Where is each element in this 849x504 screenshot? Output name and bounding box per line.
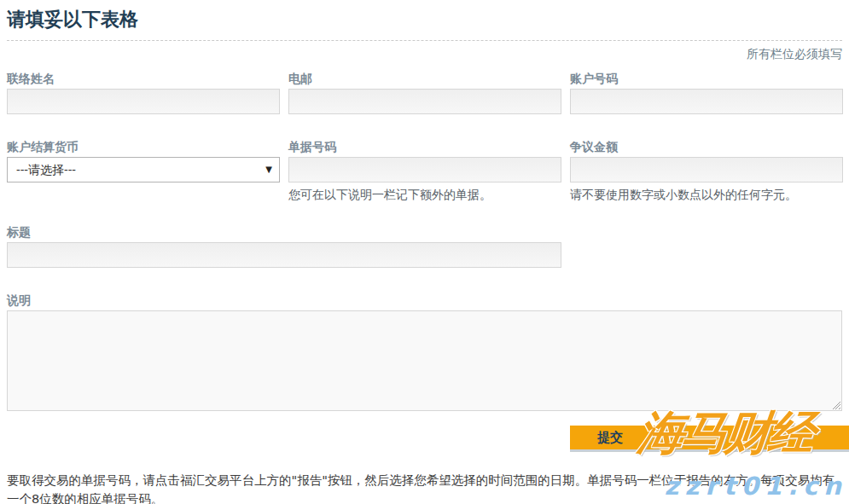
required-fields-note: 所有栏位必须填写 [7, 47, 842, 61]
form-row-2: 账户结算货币 ---请选择--- ▼ 单据号码 您可在以下说明一栏记下额外的单据… [7, 140, 842, 201]
email-label: 电邮 [288, 72, 561, 85]
description-field: 说明 [7, 293, 842, 411]
dispute-amount-help: 请不要使用数字或小数点以外的任何字元。 [570, 188, 843, 201]
currency-select[interactable]: ---请选择--- [7, 157, 280, 182]
ticket-number-input[interactable] [288, 157, 561, 182]
subject-input[interactable] [7, 242, 561, 268]
email-input[interactable] [288, 89, 561, 114]
dispute-amount-label: 争议金额 [570, 140, 843, 154]
account-number-field: 账户号码 [570, 72, 843, 114]
submit-row: 提交 [7, 426, 842, 451]
currency-label: 账户结算货币 [7, 140, 280, 154]
ticket-number-label: 单据号码 [288, 140, 561, 154]
account-number-input[interactable] [570, 89, 843, 114]
footer-instructions: 要取得交易的单据号码，请点击福汇交易平台上方的"报告"按钮，然后选择您希望选择的… [7, 471, 842, 504]
contact-name-field: 联络姓名 [7, 72, 280, 114]
page-title: 请填妥以下表格 [7, 8, 842, 32]
currency-field: 账户结算货币 ---请选择--- ▼ [7, 140, 280, 182]
page-header: 请填妥以下表格 [7, 0, 842, 41]
form-row-1: 联络姓名 电邮 账户号码 [7, 72, 842, 114]
contact-name-input[interactable] [7, 89, 280, 114]
subject-label: 标题 [7, 225, 561, 239]
ticket-number-help: 您可在以下说明一栏记下额外的单据。 [288, 188, 561, 201]
dispute-form-page: 请填妥以下表格 所有栏位必须填写 联络姓名 电邮 账户号码 账户结算货币 [0, 0, 849, 504]
submit-button[interactable]: 提交 [570, 426, 849, 449]
description-label: 说明 [7, 293, 842, 307]
description-textarea[interactable] [7, 310, 842, 411]
dispute-amount-field: 争议金额 请不要使用数字或小数点以外的任何字元。 [570, 140, 843, 201]
contact-name-label: 联络姓名 [7, 72, 280, 85]
ticket-number-field: 单据号码 您可在以下说明一栏记下额外的单据。 [288, 140, 561, 201]
dispute-amount-input[interactable] [570, 157, 843, 182]
subject-field: 标题 [7, 225, 561, 268]
email-field: 电邮 [288, 72, 561, 114]
account-number-label: 账户号码 [570, 72, 843, 85]
